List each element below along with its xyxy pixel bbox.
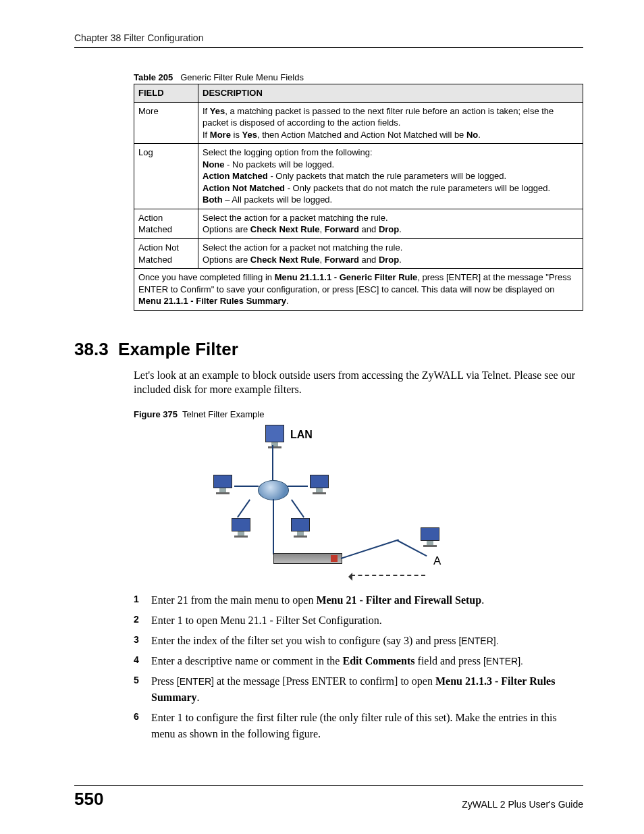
generic-filter-table: FIELD DESCRIPTION More If Yes, a matchin…: [134, 84, 583, 311]
table-row: More If Yes, a matching packet is passed…: [134, 102, 583, 144]
cell-field: Log: [134, 144, 198, 209]
pc-icon: [230, 518, 252, 538]
table-caption-number: Table 205: [134, 72, 173, 82]
network-line: [273, 499, 274, 554]
dashed-arrow-icon: [351, 575, 425, 576]
table-footer-note: Once you have completed filling in Menu …: [134, 269, 583, 311]
cell-field: Action Matched: [134, 209, 198, 238]
section-heading: 38.3 Example Filter: [74, 339, 583, 360]
page-number: 550: [74, 789, 103, 810]
page-footer: 550 ZyWALL 2 Plus User's Guide: [74, 785, 583, 810]
list-item: Enter a descriptive name or comment in t…: [134, 653, 583, 669]
table-row: Action Not Matched Select the action for…: [134, 239, 583, 269]
pc-icon: [211, 475, 234, 495]
cell-field: Action Not Matched: [134, 239, 198, 269]
th-field: FIELD: [134, 84, 198, 103]
table-row: Log Select the logging option from the f…: [134, 144, 583, 209]
network-line: [234, 486, 259, 487]
network-line: [288, 486, 308, 487]
table-caption-title: Generic Filter Rule Menu Fields: [180, 72, 304, 82]
list-item: Enter 1 to configure the first filter ru…: [134, 710, 583, 742]
section-intro: Let's look at an example to block outsid…: [134, 368, 583, 397]
section-number: 38.3: [74, 339, 109, 359]
cell-description: Select the action for a packet not match…: [198, 239, 583, 269]
cell-field: More: [134, 102, 198, 144]
list-item: Enter the index of the filter set you wi…: [134, 633, 583, 649]
hub-icon: [258, 480, 289, 500]
running-header: Chapter 38 Filter Configuration: [74, 32, 583, 48]
network-line: [237, 499, 250, 517]
firewall-icon: [273, 553, 342, 564]
telnet-filter-diagram: LAN A: [196, 425, 452, 587]
table-caption: Table 205 Generic Filter Rule Menu Field…: [134, 72, 583, 82]
cell-description: Select the action for a packet matching …: [198, 209, 583, 238]
guide-title: ZyWALL 2 Plus User's Guide: [462, 799, 583, 810]
table-footer-row: Once you have completed filling in Menu …: [134, 269, 583, 311]
pc-icon: [308, 475, 331, 495]
pc-icon: [419, 527, 441, 548]
table-row: Action Matched Select the action for a p…: [134, 209, 583, 238]
section-title: Example Filter: [118, 339, 238, 359]
network-line: [341, 539, 399, 559]
figure-caption-title: Telnet Filter Example: [182, 409, 264, 419]
pc-icon: [289, 518, 312, 538]
lan-label: LAN: [290, 429, 313, 441]
th-description: DESCRIPTION: [198, 84, 583, 103]
figure-caption: Figure 375 Telnet Filter Example: [134, 409, 583, 419]
list-item: Enter 21 from the main menu to open Menu…: [134, 592, 583, 608]
cell-description: Select the logging option from the follo…: [198, 144, 583, 209]
figure-caption-number: Figure 375: [134, 409, 178, 419]
list-item: Enter 1 to open Menu 21.1 - Filter Set C…: [134, 613, 583, 629]
a-label: A: [433, 554, 441, 568]
cell-description: If Yes, a matching packet is passed to t…: [198, 102, 583, 144]
server-icon: [263, 425, 286, 445]
network-line: [272, 445, 273, 480]
steps-list: Enter 21 from the main menu to open Menu…: [134, 592, 583, 742]
list-item: Press [ENTER] at the message [Press ENTE…: [134, 673, 583, 706]
network-line: [291, 499, 304, 517]
